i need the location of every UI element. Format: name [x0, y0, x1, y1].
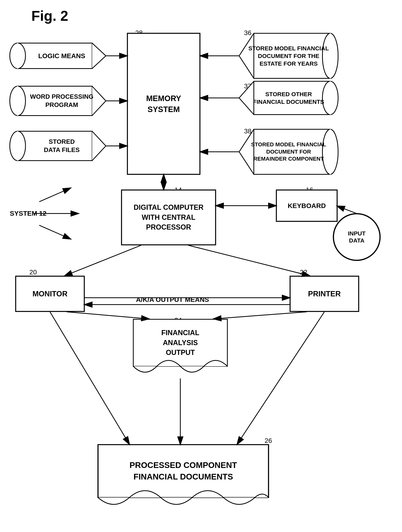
svg-line-54	[39, 225, 71, 239]
monitor-node: MONITOR	[16, 276, 84, 311]
stored-data-node: STORED DATA FILES	[18, 131, 106, 161]
ref-20: 20	[29, 268, 37, 276]
ref-26: 26	[265, 437, 272, 444]
svg-line-47	[50, 312, 129, 444]
figure-title: Fig. 2	[31, 8, 68, 24]
financial-output-node: FINANCIAL ANALYSIS OUTPUT	[133, 319, 227, 366]
processed-docs-node: PROCESSED COMPONENT FINANCIAL DOCUMENTS	[98, 445, 269, 498]
svg-line-48	[237, 312, 324, 444]
word-processing-node: WORD PROCESSING PROGRAM	[18, 86, 106, 116]
svg-line-43	[65, 245, 141, 276]
stored-other-docs-node: STORED OTHER FINANCIAL DOCUMENTS	[239, 81, 338, 114]
svg-line-49	[67, 312, 149, 319]
printer-node: PRINTER	[290, 276, 359, 311]
svg-line-52	[39, 188, 71, 202]
digital-computer-node: DIGITAL COMPUTER WITH CENTRAL PROCESSOR	[122, 190, 216, 245]
stored-model-remainder-node: STORED MODEL FINANCIAL DOCUMENT FOR REMA…	[239, 129, 338, 174]
svg-line-42	[337, 206, 357, 214]
keyboard-node: KEYBOARD	[276, 190, 337, 221]
input-data-node: INPUT DATA	[333, 214, 380, 260]
svg-line-50	[214, 312, 307, 319]
stored-model-estate-node: STORED MODEL FINANCIAL DOCUMENT FOR THE …	[239, 33, 338, 78]
ref-22: 22	[300, 268, 307, 276]
aka-output-label: A/K/A OUTPUT MEANS	[131, 296, 214, 304]
system-12-label: SYSTEM 12	[10, 209, 46, 217]
logic-means-node: LOGIC MEANS	[18, 43, 106, 69]
memory-system-node: MEMORY SYSTEM	[127, 33, 200, 174]
svg-line-44	[188, 245, 310, 276]
